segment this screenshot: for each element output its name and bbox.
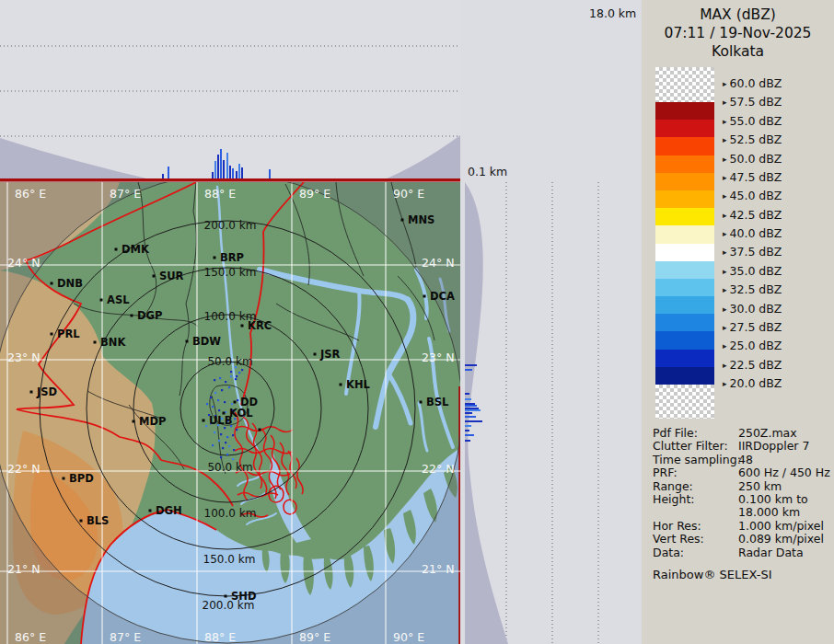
colorbar-checker-top bbox=[655, 67, 714, 102]
echo-bar bbox=[465, 440, 470, 442]
colorbar-band bbox=[655, 279, 714, 296]
scale-tick-arrow-icon: ▸ bbox=[723, 341, 727, 351]
echo-dot bbox=[224, 401, 226, 403]
dbz-scale-label: ▸42.5 dBZ bbox=[723, 208, 782, 222]
info-row: PRF:600 Hz / 450 Hz bbox=[653, 466, 829, 479]
info-value: 48 bbox=[738, 454, 829, 466]
info-row: Vert Res:0.089 km/pixel bbox=[653, 533, 829, 546]
info-label: Height: bbox=[653, 493, 738, 506]
dbz-value-text: 27.5 dBZ bbox=[730, 320, 782, 334]
range-ring-label: 200.0 km bbox=[204, 219, 257, 232]
dbz-scale-label: ▸57.5 dBZ bbox=[723, 95, 782, 109]
station-dot bbox=[94, 341, 97, 344]
echo-bar bbox=[465, 408, 479, 409]
dbz-scale-label: ▸55.0 dBZ bbox=[723, 114, 782, 128]
station-dot bbox=[80, 520, 83, 523]
echo-dot bbox=[230, 375, 232, 377]
dbz-scale-label: ▸37.5 dBZ bbox=[723, 245, 782, 259]
info-row: Data:Radar Data bbox=[653, 546, 829, 559]
info-value: 250Z.max bbox=[738, 427, 829, 440]
dbz-value-text: 22.5 dBZ bbox=[730, 358, 782, 372]
info-row: Hor Res:1.000 km/pixel bbox=[653, 520, 829, 533]
echo-bar bbox=[465, 398, 471, 400]
dbz-colorbar bbox=[655, 67, 714, 419]
dbz-scale-label: ▸60.0 dBZ bbox=[723, 76, 782, 90]
station-dot bbox=[314, 353, 317, 356]
echo-bar bbox=[465, 405, 477, 407]
info-label: Hor Res: bbox=[653, 520, 738, 533]
range-ring-label: 150.0 km bbox=[204, 266, 257, 279]
scale-tick-arrow-icon: ▸ bbox=[723, 155, 727, 164]
station-code-label: DGP bbox=[137, 309, 162, 322]
dbz-scale-label: ▸32.5 dBZ bbox=[723, 282, 782, 296]
info-label: Range: bbox=[653, 480, 738, 493]
station-dot bbox=[133, 420, 135, 423]
radar-map: 86° E86° E87° E87° E88° E88° E89° E89° E… bbox=[0, 182, 460, 644]
dbz-value-text: 52.5 dBZ bbox=[730, 132, 782, 146]
grid-label: 90° E bbox=[393, 187, 424, 201]
top-height-cross-section bbox=[0, 0, 460, 182]
beam-blockage-wedge-right bbox=[380, 135, 460, 181]
echo-dot bbox=[228, 386, 230, 388]
scale-tick-arrow-icon: ▸ bbox=[723, 211, 727, 220]
dbz-scale-label: ▸45.0 dBZ bbox=[723, 189, 782, 202]
station-code-label: BSL bbox=[426, 396, 449, 408]
echo-spike bbox=[236, 171, 237, 178]
radar-site-name: Kolkata bbox=[642, 42, 834, 61]
station-dot bbox=[30, 391, 33, 394]
product-datetime: 07:11 / 19-Nov-2025 bbox=[642, 24, 834, 42]
echo-spike bbox=[212, 172, 214, 178]
echo-height-spikes bbox=[162, 149, 271, 178]
echo-dot bbox=[231, 403, 233, 405]
echo-dot bbox=[226, 436, 228, 438]
station-dot bbox=[203, 420, 205, 422]
info-value: 0.089 km/pixel bbox=[738, 533, 829, 546]
grid-label: 86° E bbox=[15, 630, 46, 644]
info-label: PRF: bbox=[653, 466, 738, 479]
station-code-label: DCA bbox=[430, 290, 455, 303]
echo-dot bbox=[224, 427, 226, 429]
dbz-scale-label: ▸52.5 dBZ bbox=[723, 132, 782, 146]
side-cross-section-canvas bbox=[465, 182, 642, 644]
echo-dot bbox=[212, 444, 214, 446]
map-canvas: 86° E86° E87° E87° E88° E88° E89° E89° E… bbox=[0, 182, 460, 644]
info-value: 1.000 km/pixel bbox=[738, 520, 829, 533]
station-code-label: PRL bbox=[57, 328, 80, 340]
product-info-rows: Pdf File:250Z.maxClutter Filter:IIRDoppl… bbox=[653, 427, 829, 559]
station-code-label: DGH bbox=[156, 504, 182, 517]
dbz-value-text: 45.0 dBZ bbox=[730, 189, 782, 202]
echo-spike bbox=[214, 161, 216, 178]
dbz-value-text: 47.5 dBZ bbox=[730, 170, 782, 184]
colorbar-band bbox=[655, 350, 714, 367]
info-label: Time sampling: bbox=[653, 454, 738, 466]
grid-label: 87° E bbox=[110, 630, 141, 644]
info-label: Clutter Filter: bbox=[653, 440, 738, 453]
echo-dot bbox=[233, 449, 235, 451]
echo-spike bbox=[226, 153, 228, 178]
station-code-label: ULB bbox=[209, 414, 232, 427]
grid-label: 90° E bbox=[393, 630, 424, 644]
echo-dot bbox=[235, 378, 237, 380]
info-label: Vert Res: bbox=[653, 533, 738, 546]
echo-bar bbox=[465, 434, 474, 436]
station-code-label: BDW bbox=[192, 335, 221, 348]
station-code-label: ASL bbox=[107, 293, 130, 306]
grid-label: 23° N bbox=[7, 351, 40, 364]
dbz-value-text: 42.5 dBZ bbox=[730, 208, 782, 222]
echo-dot bbox=[232, 434, 234, 436]
dbz-scale-label: ▸25.0 dBZ bbox=[723, 339, 782, 352]
echo-dot bbox=[217, 399, 219, 401]
echo-spike bbox=[162, 174, 164, 178]
dbz-value-text: 30.0 dBZ bbox=[730, 302, 782, 316]
station-dot bbox=[51, 282, 53, 285]
radar-display-window: 18.0 km 0.1 km bbox=[0, 0, 834, 644]
echo-dot bbox=[219, 377, 221, 379]
grid-label: 89° E bbox=[299, 630, 330, 644]
info-value: 18.000 km bbox=[738, 506, 829, 519]
station-code-label: KHL bbox=[346, 378, 371, 391]
echo-dot bbox=[232, 458, 234, 460]
echo-bar bbox=[465, 393, 469, 395]
station-code-label: MNS bbox=[408, 213, 434, 226]
echo-dot bbox=[220, 433, 222, 435]
colorbar-band bbox=[655, 102, 714, 120]
